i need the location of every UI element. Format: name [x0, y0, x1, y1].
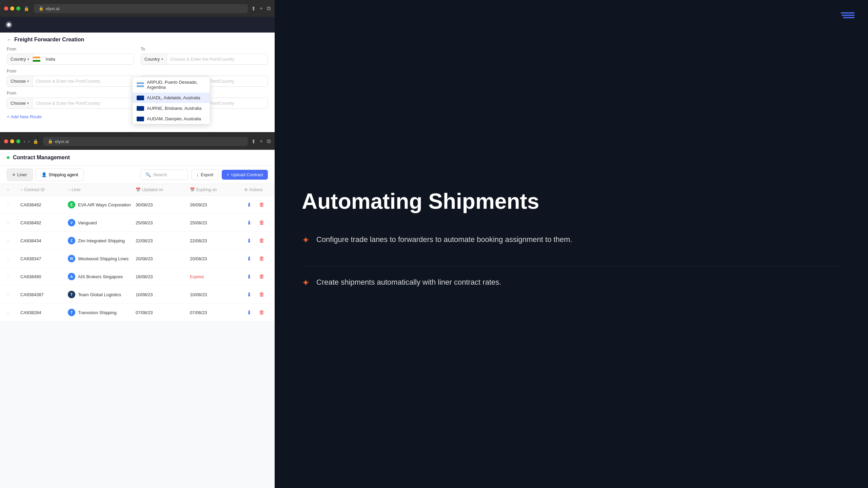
liner-name-2: Zim Integrated Shipping — [78, 238, 125, 243]
row-liner-4: A AIS Brokers Singapore — [68, 273, 136, 280]
dropdown-item-2[interactable]: AURNE, Brisbane, Australia — [133, 103, 210, 114]
delete-button-2[interactable]: 🗑 — [257, 236, 267, 245]
delete-button-6[interactable]: 🗑 — [257, 308, 267, 317]
minimize-dot[interactable] — [10, 6, 14, 11]
row-actions-4: ⬇ 🗑 — [244, 272, 275, 281]
to-input-1[interactable] — [167, 54, 268, 64]
download-button-2[interactable]: ⬇ — [244, 236, 254, 245]
back-arrow-icon: ← — [7, 37, 12, 42]
back-nav-icon[interactable]: ‹ — [24, 139, 25, 144]
download-button-0[interactable]: ⬇ — [244, 200, 254, 209]
liner-avatar-4: A — [68, 273, 75, 280]
tab-shipping-agent[interactable]: 👤 Shipping agent — [36, 168, 84, 181]
delete-button-0[interactable]: 🗑 — [257, 200, 267, 209]
shield-icon: 🔒 — [24, 6, 29, 11]
th-expiring-label: Expiring on — [196, 187, 217, 192]
row-id-5: CA9384387 — [20, 292, 68, 297]
th-contract-id: ○ Contract ID — [20, 187, 68, 192]
delete-button-4[interactable]: 🗑 — [257, 272, 267, 281]
row-checkbox-0[interactable]: ○ — [7, 202, 20, 207]
country-select-to[interactable]: Country ▾ — [141, 54, 167, 64]
delete-button-5[interactable]: 🗑 — [257, 290, 267, 299]
export-button[interactable]: ↓ Export — [191, 169, 218, 180]
chevron-down-icon: ▾ — [27, 57, 29, 61]
tabs-bar: ≡ Liner 👤 Shipping agent 🔍 Search ↓ — [0, 166, 275, 184]
choose-select-3[interactable]: Choose ▾ — [7, 98, 33, 108]
forward-nav-icon[interactable]: › — [28, 139, 30, 144]
contracts-table: ○ ○ Contract ID ○ Liner 📅 Updated on — [0, 184, 275, 322]
download-button-3[interactable]: ⬇ — [244, 254, 254, 263]
choose-select-2[interactable]: Choose ▾ — [7, 76, 33, 86]
row-checkbox-4[interactable]: ○ — [7, 274, 20, 279]
maximize-dot[interactable] — [16, 6, 20, 11]
delete-button-3[interactable]: 🗑 — [257, 254, 267, 263]
address-bar[interactable]: 🔒 elyxr.ai — [34, 4, 248, 13]
upload-label: Upload Contract — [231, 172, 263, 177]
row-checkbox-6[interactable]: ○ — [7, 310, 20, 315]
row-expiring-2: 22/08/23 — [190, 238, 244, 243]
from-input-3[interactable] — [33, 98, 134, 108]
download-button-1[interactable]: ⬇ — [244, 218, 254, 227]
add-tab-icon-2[interactable]: + — [260, 138, 263, 145]
dropdown-item-1[interactable]: AUADL, Adelaide, Australia — [133, 93, 210, 103]
add-tab-icon[interactable]: + — [260, 5, 263, 12]
from-input-1[interactable] — [42, 54, 134, 64]
download-button-5[interactable]: ⬇ — [244, 290, 254, 299]
th-liner: ○ Liner — [68, 187, 136, 192]
delete-button-1[interactable]: 🗑 — [257, 218, 267, 227]
row-updated-5: 10/08/23 — [136, 292, 190, 297]
tabs-icon[interactable]: ⧉ — [267, 5, 271, 12]
country-select-1[interactable]: Country ▾ — [7, 54, 33, 64]
divider-1 — [302, 266, 841, 266]
download-button-6[interactable]: ⬇ — [244, 308, 254, 317]
liner-name-0: EVA AIR Ways Corporation — [78, 202, 131, 207]
dropdown-item-0[interactable]: ARPUD, Puerto Deseado, Argentina — [133, 77, 210, 93]
from-input-2[interactable] — [33, 76, 134, 86]
row-liner-0: E EVA AIR Ways Corporation — [68, 201, 136, 208]
row-checkbox-5[interactable]: ○ — [7, 292, 20, 297]
port-dropdown[interactable]: ARPUD, Puerto Deseado, Argentina AUADL, … — [132, 77, 210, 124]
share-icon[interactable]: ⬆ — [251, 5, 256, 12]
expired-badge: Expired — [190, 274, 204, 279]
row-checkbox-1[interactable]: ○ — [7, 220, 20, 225]
upload-contract-button[interactable]: + Upload Contract — [222, 170, 268, 180]
country-label-to: Country — [144, 57, 160, 62]
row-expiring-4: Expired — [190, 274, 244, 279]
row-actions-1: ⬇ 🗑 — [244, 218, 275, 227]
liner-avatar-1: V — [68, 219, 75, 226]
share-icon-2[interactable]: ⬆ — [251, 138, 256, 145]
row-checkbox-2[interactable]: ○ — [7, 238, 20, 243]
svg-point-0 — [7, 23, 11, 26]
row-updated-1: 25/08/23 — [136, 220, 190, 225]
dropdown-item-3[interactable]: AUDAM, Dampier, Australia — [133, 114, 210, 124]
download-button-4[interactable]: ⬇ — [244, 272, 254, 281]
row-checkbox-3[interactable]: ○ — [7, 256, 20, 261]
nav-arrows: 🔒 — [24, 6, 31, 11]
liner-name-3: Westwood Shipping Lines — [78, 256, 129, 261]
tabs-icon-2[interactable]: ⧉ — [267, 138, 271, 145]
close-dot-2[interactable] — [4, 139, 8, 143]
updated-icon: 📅 — [136, 187, 141, 192]
from-field-1: Country ▾ — [7, 54, 134, 65]
australia-flag-icon-1 — [137, 96, 144, 100]
table-header: ○ ○ Contract ID ○ Liner 📅 Updated on — [0, 184, 275, 196]
liner-avatar-0: E — [68, 201, 75, 208]
expiring-icon: 📅 — [190, 187, 195, 192]
back-button[interactable]: ← Freight Forwarder Creation — [0, 33, 275, 47]
row-actions-6: ⬇ 🗑 — [244, 308, 275, 317]
tab-liner-label: Liner — [17, 172, 27, 177]
address-bar-2[interactable]: 🔒 elyxr.ai — [43, 137, 248, 146]
close-dot[interactable] — [4, 6, 8, 11]
th-expiring-on: 📅 Expiring on — [190, 187, 244, 192]
row-expiring-0: 26/09/23 — [190, 202, 244, 207]
app-nav — [0, 17, 275, 33]
row-id-4: CA938490 — [20, 274, 68, 279]
search-box[interactable]: 🔍 Search — [140, 169, 188, 180]
maximize-dot-2[interactable] — [16, 139, 20, 143]
minimize-dot-2[interactable] — [10, 139, 14, 143]
tab-liner[interactable]: ≡ Liner — [7, 168, 33, 181]
table-row: ○ CA938434 Z Zim Integrated Shipping 22/… — [0, 232, 275, 250]
actions-icon: ⚙ — [244, 187, 248, 192]
url-text-2: elyxr.ai — [55, 139, 68, 144]
row-id-6: CA938284 — [20, 310, 68, 315]
